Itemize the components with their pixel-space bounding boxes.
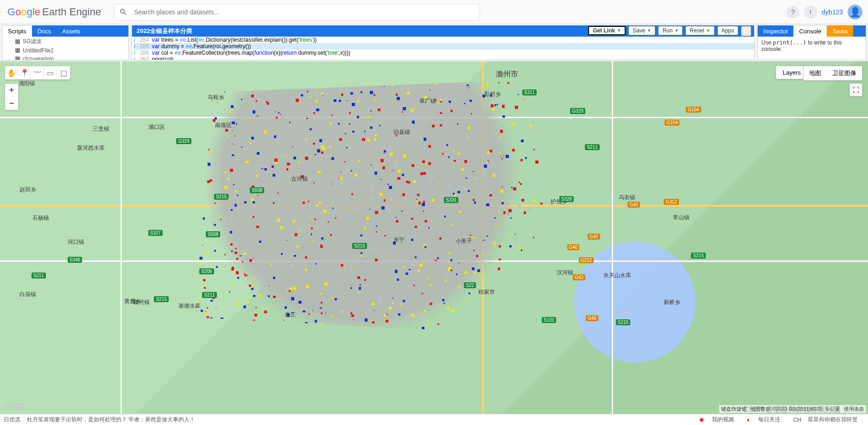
chevron-down-icon: ▼ xyxy=(647,28,652,33)
terms-link[interactable]: 使用条款 xyxy=(844,406,864,412)
editor-panel: 2022全椒县样本分类 Get Link▼ Save▼ Run▼ Reset▼ … xyxy=(132,25,754,60)
town-label: 白庙镇 xyxy=(19,291,36,298)
editor-toolbar: 2022全椒县样本分类 Get Link▼ Save▼ Run▼ Reset▼ … xyxy=(132,25,754,37)
google-map-logo: Google xyxy=(4,403,25,410)
route-badge: G104 xyxy=(665,120,679,126)
chevron-down-icon: ▼ xyxy=(617,28,621,33)
route-badge: S311 xyxy=(522,89,537,95)
search-input[interactable] xyxy=(134,8,475,16)
chevron-down-icon: ▼ xyxy=(674,28,678,33)
tab-tasks[interactable]: Tasks xyxy=(827,25,853,37)
left-tabbar: Scripts Docs Assets xyxy=(2,25,128,37)
footer-follow[interactable]: ♦每日关注 xyxy=(747,416,787,424)
line-tool[interactable]: 〰 xyxy=(31,66,44,79)
town-label: 马鞍乡 xyxy=(208,94,224,101)
zoom-out-button[interactable]: − xyxy=(5,97,18,110)
route-badge: S331 xyxy=(444,197,458,203)
route-badge: S22 xyxy=(464,282,476,288)
run-button[interactable]: Run▼ xyxy=(658,26,683,35)
town-label: 谢塘水库 xyxy=(178,302,201,310)
route-badge: S508 xyxy=(250,187,264,193)
shortcuts-link[interactable]: 键盘快捷键 xyxy=(721,406,747,412)
route-badge: S215 xyxy=(352,243,367,249)
google-logo: Google xyxy=(7,6,40,18)
footer-vid[interactable]: 我的视频 xyxy=(700,416,741,424)
scripts-panel: Scripts Docs Assets SG滤波 UntitledFile2 c… xyxy=(2,25,129,60)
search-icon xyxy=(119,8,127,16)
town-label: 常山镇 xyxy=(673,214,690,222)
list-item[interactable]: SG滤波 xyxy=(2,37,128,46)
town-label: 草厂镇 xyxy=(419,97,436,105)
footer-sig: 星星和你都在我怀里 xyxy=(808,416,858,424)
tab-scripts[interactable]: Scripts xyxy=(2,25,32,37)
town-label: 浦口区 xyxy=(148,123,165,131)
town-label: 旧县镇 xyxy=(393,128,410,136)
route-badge: G312 xyxy=(664,199,678,205)
chevron-down-icon: ▼ xyxy=(706,28,710,33)
footer-headline[interactable]: 杜月笙发现妻子出轨时，是如何处理的？ 学者：果然是做大事的人！ xyxy=(27,416,195,424)
route-badge: G329 xyxy=(570,108,585,114)
maptype-map[interactable]: 地图 xyxy=(804,66,827,80)
town-label: 南谯区 xyxy=(215,121,232,129)
app-header: Google Earth Engine ? ! dyb123 👤 xyxy=(0,0,868,24)
scale-bar: 5 公里 xyxy=(826,406,840,412)
list-item[interactable]: UntitledFile2 xyxy=(2,46,128,55)
route-badge: S328 xyxy=(559,196,574,202)
apps-button[interactable]: Apps xyxy=(717,26,738,35)
pan-tool[interactable]: ✋ xyxy=(5,66,18,79)
fullscreen-button[interactable]: ⛶ xyxy=(849,83,862,96)
map-view[interactable]: 浦阳镇程家市草厂镇常山镇马鞍乡南谯区汉河镇乌衣镇护驾乡石杨镇新桥乡旧县镇黄麓乡白… xyxy=(0,61,868,414)
script-list: SG滤波 UntitledFile2 chzuyearjoin l8classi… xyxy=(2,37,128,60)
panels-row: Scripts Docs Assets SG滤波 UntitledFile2 c… xyxy=(0,24,868,61)
tab-inspector[interactable]: Inspector xyxy=(758,25,793,37)
route-badge: G42 xyxy=(627,202,640,208)
save-button[interactable]: Save▼ xyxy=(628,26,655,35)
map-data: 地图数据 ©2023 GS(2011)6020 xyxy=(750,406,822,412)
town-label: 汉河镇 xyxy=(557,269,573,277)
maptype-satellite[interactable]: 卫星图像 xyxy=(827,66,862,80)
route-badge: G104 xyxy=(686,107,701,113)
route-badge: G40 xyxy=(567,244,580,250)
route-badge: S206 xyxy=(199,268,214,274)
footer-left1[interactable]: 日优选 xyxy=(4,416,20,424)
route-badge: S101 xyxy=(542,317,556,323)
console-message: Use print(...) to write to this console. xyxy=(758,37,866,60)
get-link-button[interactable]: Get Link▼ xyxy=(588,26,626,35)
help-icon[interactable]: ? xyxy=(786,6,799,19)
town-label: 石杨镇 xyxy=(32,214,49,222)
town-label: 小朱子 xyxy=(456,237,472,245)
marker-tool[interactable]: 📍 xyxy=(18,66,31,79)
town-label: 永宁 xyxy=(393,236,405,244)
reset-button[interactable]: Reset▼ xyxy=(685,26,714,35)
map-attribution: 键盘快捷键 地图数据 ©2023 GS(2011)6020 5 公里 使用条款 xyxy=(719,405,866,413)
rect-tool[interactable]: ▢ xyxy=(57,66,70,79)
feedback-icon[interactable]: ! xyxy=(804,6,817,19)
tab-docs[interactable]: Docs xyxy=(32,25,57,37)
username-link[interactable]: dyb123 xyxy=(822,8,843,16)
right-tabbar: Inspector Console Tasks xyxy=(758,25,866,37)
town-label: 老庄 xyxy=(285,311,296,319)
code-editor[interactable]: i284var trees = ee.List(ee.Dictionary(te… xyxy=(132,37,754,60)
tab-console[interactable]: Console xyxy=(793,25,827,37)
shape-tool[interactable]: ▭ xyxy=(44,66,57,79)
town-label: 夹关山水库 xyxy=(603,272,631,279)
search-box[interactable] xyxy=(114,4,480,20)
tab-assets[interactable]: Assets xyxy=(57,25,86,37)
footer-ch[interactable]: CH xyxy=(793,417,801,423)
maptype-toggle: 地图 卫星图像 xyxy=(803,66,862,81)
town-label: 衰河西水库 xyxy=(77,144,105,152)
zoom-in-button[interactable]: + xyxy=(5,84,18,97)
list-item[interactable]: chzuyearjoin xyxy=(2,55,128,60)
city-label: 滁州市 xyxy=(496,70,518,79)
product-name: Earth Engine xyxy=(42,6,101,18)
town-label: 乌衣镇 xyxy=(619,194,635,202)
route-badge: S211 xyxy=(32,273,46,279)
geometry-toolbar: ✋ 📍 〰 ▭ ▢ xyxy=(5,66,70,80)
route-badge: G42 xyxy=(573,274,585,280)
console-panel: Inspector Console Tasks Use print(...) t… xyxy=(757,25,866,60)
avatar[interactable]: 👤 xyxy=(848,5,862,19)
file-icon xyxy=(15,48,20,53)
gear-icon[interactable]: ⚙ xyxy=(741,26,751,36)
town-label: 程家市 xyxy=(478,288,495,296)
town-label: 襄河镇 xyxy=(133,298,150,306)
